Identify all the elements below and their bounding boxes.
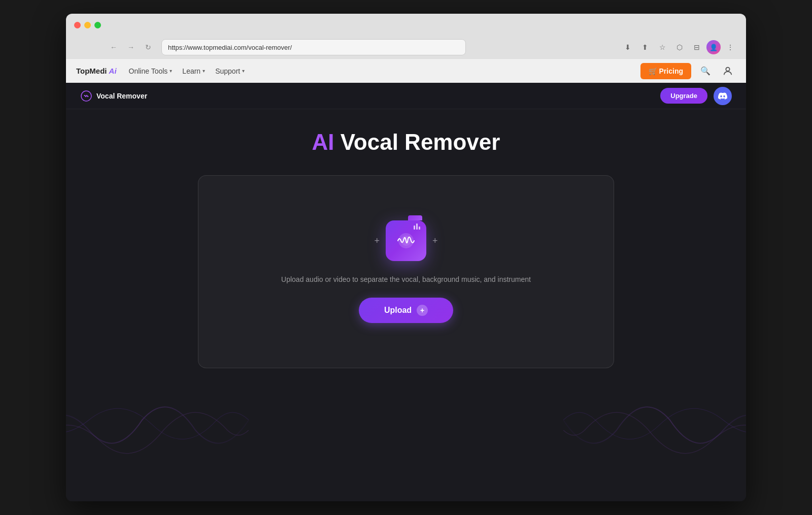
address-bar[interactable]: https://www.topmediai.com/vocal-remover/: [161, 39, 466, 55]
hero-title-ai: AI: [312, 130, 334, 154]
address-bar-row: ← → ↻ https://www.topmediai.com/vocal-re…: [66, 36, 746, 58]
mini-bars: [414, 223, 420, 230]
search-icon[interactable]: 🔍: [697, 63, 714, 79]
profile-avatar[interactable]: 👤: [706, 40, 721, 54]
user-icon[interactable]: [720, 63, 736, 79]
bookmark-button[interactable]: ☆: [655, 40, 670, 55]
nav-right: 🛒 Pricing 🔍: [640, 63, 736, 79]
support-chevron-icon: ▾: [242, 68, 245, 74]
plus-right-icon: +: [432, 236, 438, 246]
sidebar-button[interactable]: ⊟: [689, 40, 704, 55]
upload-icon-area: +: [374, 220, 437, 261]
learn-chevron-icon: ▾: [202, 68, 205, 74]
app-logo-icon: [80, 90, 92, 102]
logo-text-main: TopMedi: [76, 67, 107, 75]
traffic-lights: [74, 22, 101, 28]
learn-link[interactable]: Learn ▾: [182, 67, 205, 75]
menu-button[interactable]: ⋮: [723, 40, 738, 55]
upload-icon-box: [386, 220, 426, 261]
support-link[interactable]: Support ▾: [215, 67, 245, 75]
nav-links: Online Tools ▾ Learn ▾ Support ▾: [129, 67, 245, 75]
discord-button[interactable]: [714, 87, 732, 105]
tools-chevron-icon: ▾: [170, 68, 172, 74]
forward-button[interactable]: →: [124, 40, 138, 54]
refresh-button[interactable]: ↻: [141, 40, 155, 54]
site-logo[interactable]: TopMediAi: [76, 67, 117, 75]
pricing-button[interactable]: 🛒 Pricing: [640, 63, 691, 79]
online-tools-link[interactable]: Online Tools ▾: [129, 67, 173, 75]
upload-button[interactable]: Upload +: [359, 298, 453, 323]
back-button[interactable]: ←: [107, 40, 121, 54]
extensions-button[interactable]: ⬡: [672, 40, 687, 55]
title-bar: [66, 14, 746, 36]
waveform-svg: [395, 233, 417, 249]
share-button[interactable]: ⬆: [637, 40, 653, 55]
hero-title-rest: Vocal Remover: [334, 130, 500, 154]
app-nav-right: Upgrade: [660, 87, 732, 105]
upload-description: Upload audio or video to separate the vo…: [281, 275, 531, 283]
close-button[interactable]: [74, 22, 81, 28]
folder-tab: [408, 215, 422, 220]
app-nav: Vocal Remover Upgrade: [66, 83, 746, 109]
wave-decoration-left: [66, 379, 249, 481]
upload-plus-icon: +: [417, 305, 428, 316]
minimize-button[interactable]: [84, 22, 91, 28]
svg-point-0: [726, 67, 729, 71]
logo-ai-text: Ai: [109, 67, 117, 75]
site-nav-bar: TopMediAi Online Tools ▾ Learn ▾ Support…: [66, 58, 746, 83]
browser-window: ← → ↻ https://www.topmediai.com/vocal-re…: [66, 14, 746, 501]
browser-actions: ⬇ ⬆ ☆ ⬡ ⊟ 👤 ⋮: [620, 40, 738, 55]
hero-section: AI Vocal Remover +: [66, 109, 746, 501]
upload-card: +: [198, 175, 614, 368]
upload-button-label: Upload: [384, 306, 412, 315]
nav-buttons: ← → ↻: [107, 40, 155, 54]
app-logo: Vocal Remover: [80, 90, 147, 102]
wave-decoration-right: [563, 379, 746, 481]
website-content: Vocal Remover Upgrade: [66, 83, 746, 501]
hero-title: AI Vocal Remover: [312, 130, 500, 155]
downloads-button[interactable]: ⬇: [620, 40, 635, 55]
maximize-button[interactable]: [94, 22, 101, 28]
plus-left-icon: +: [374, 236, 380, 246]
upgrade-button[interactable]: Upgrade: [660, 88, 707, 104]
app-name-label: Vocal Remover: [96, 92, 147, 100]
